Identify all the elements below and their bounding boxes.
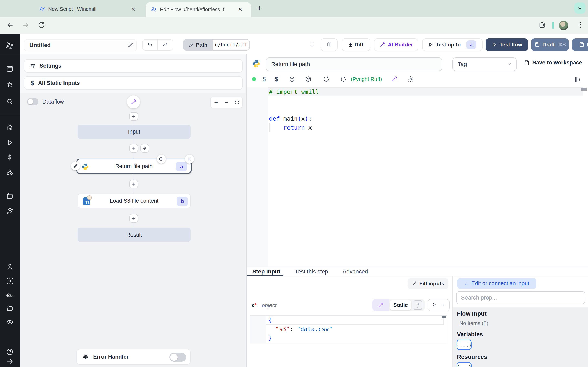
fill-inputs-button[interactable]: Fill inputs [407,278,448,289]
redo-icon[interactable] [158,40,173,50]
deploy-button[interactable]: Deploy [572,38,588,51]
static-mode-button[interactable]: Static [390,300,411,310]
sidebar-folders-icon[interactable] [6,304,14,312]
sidebar-help-icon[interactable] [6,348,14,356]
all-static-inputs-button[interactable]: $ All Static Inputs [24,76,242,90]
add-step-button[interactable] [130,144,138,152]
ai-arg-button[interactable] [372,299,389,311]
error-handler-card[interactable]: Error Handler [76,349,191,365]
back-icon[interactable] [6,21,14,29]
package-icon[interactable] [305,76,323,82]
docs-button[interactable] [320,38,338,51]
flow-edge [134,174,134,180]
path-chip[interactable]: Path u/henri/eff [183,39,250,50]
sidebar-settings-icon[interactable] [6,277,14,285]
edit-connect-button[interactable]: ← Edit or connect an input [457,278,536,289]
step-name-input[interactable]: Return file path [266,58,442,71]
sidebar-variables-icon[interactable] [6,153,14,161]
browser-avatar[interactable] [559,21,568,30]
ai-builder-button[interactable]: AI Builder [374,38,418,51]
fit-view-icon[interactable] [232,100,242,105]
zoom-out-icon[interactable]: − [222,99,232,106]
windmill-logo[interactable] [5,41,15,50]
wand-icon [378,302,383,308]
sidebar-users-icon[interactable] [6,263,14,271]
json-input-editor[interactable]: { "s3": "data.csv"} [250,315,447,343]
flow-left-panel: Settings $ All Static Inputs Dataflow + … [20,54,247,367]
package-icon[interactable] [289,76,305,82]
editor-scrollbar[interactable] [581,88,587,91]
tab-close-icon[interactable]: ✕ [238,6,242,12]
flow-input-node[interactable]: Input [78,125,191,139]
secrets-picker-icon[interactable]: $ [275,76,289,82]
add-trigger-button[interactable] [140,144,149,152]
flow-node-b[interactable]: TS Load S3 file content b [78,194,191,208]
extensions-icon[interactable] [538,21,546,29]
browser-tab-inactive[interactable]: New Script | Windmill ✕ [36,3,141,15]
flow-name-input[interactable]: Untitled [24,39,137,51]
editor-scrollbar[interactable] [442,316,446,318]
tab-advanced[interactable]: Advanced [343,268,368,275]
tab-title: New Script | Windmill [48,6,124,12]
sidebar-favorites-icon[interactable] [6,81,14,89]
code-editor[interactable]: # import wmill def main(x): return x [247,87,588,267]
flow-result-node[interactable]: Result [78,228,191,242]
draft-button[interactable]: Draft ⌘S [531,38,569,51]
rename-pencil-icon[interactable] [127,42,134,48]
add-step-button[interactable] [130,180,138,188]
tab-test-this-step[interactable]: Test this step [295,268,328,275]
sidebar-home-icon[interactable] [6,124,14,132]
browser-tab-active[interactable]: Edit Flow u/henri/effortless_fl ✕ [146,2,251,17]
move-node-icon[interactable] [157,155,166,164]
flow-name-text: Untitled [29,42,51,49]
variables-picker-icon[interactable]: $ [263,76,275,82]
tag-select[interactable]: Tag [452,58,517,71]
lint-status[interactable]: (Pyright Ruff) [351,76,382,82]
sidebar-audit-icon[interactable] [6,318,14,326]
delete-node-icon[interactable] [185,155,194,164]
reload-icon[interactable] [323,76,340,82]
sidebar-resources-icon[interactable] [6,168,14,176]
more-options-icon[interactable] [309,40,315,49]
zoom-in-icon[interactable]: + [211,99,222,106]
app-sidebar [0,34,20,367]
sidebar-search-icon[interactable] [6,98,14,106]
library-icon[interactable] [574,76,581,83]
reload-icon[interactable] [340,76,351,82]
edit-node-icon[interactable] [71,161,80,170]
test-up-to-button[interactable]: Test up to a [422,38,483,51]
new-tab-icon[interactable]: + [257,4,262,12]
undo-icon[interactable] [143,40,158,50]
add-step-button[interactable] [130,214,138,223]
dataflow-toggle[interactable] [27,98,38,105]
json-content[interactable]: { "s3": "data.csv"} [268,316,332,342]
editor-settings-icon[interactable] [407,76,414,82]
browser-menu-icon[interactable] [576,21,584,29]
settings-button[interactable]: Settings [24,59,242,73]
add-step-button[interactable] [130,112,138,121]
code-content[interactable]: # import wmill def main(x): return x [269,87,319,132]
save-to-workspace-button[interactable]: Save to workspace [523,59,582,66]
test-flow-button[interactable]: Test flow [485,38,528,51]
forward-icon[interactable] [22,21,30,29]
sidebar-runs-icon[interactable] [6,139,14,147]
tab-close-icon[interactable]: ✕ [131,6,136,12]
ai-flow-button[interactable] [127,95,140,108]
ai-wand-icon[interactable] [391,76,407,82]
reload-icon[interactable] [38,21,45,29]
variables-object-chip[interactable]: {...} [457,340,472,350]
sidebar-workflows-icon[interactable] [6,207,14,215]
sidebar-apps-icon[interactable] [6,65,14,73]
sidebar-workers-icon[interactable] [6,291,14,299]
javascript-mode-icon[interactable]: f [414,300,422,310]
python-icon [82,163,89,170]
tab-search-button[interactable] [574,2,586,14]
resources-object-chip[interactable]: {...} [457,362,472,367]
diff-button[interactable]: ± Diff [342,38,370,51]
search-prop-input[interactable]: Search prop... [456,291,585,304]
tab-step-input[interactable]: Step Input [252,268,280,275]
sidebar-schedules-icon[interactable] [6,192,14,200]
error-handler-toggle[interactable] [169,353,186,362]
flow-node-a[interactable]: Return file path a [76,159,191,174]
sidebar-expand-icon[interactable] [6,357,14,365]
